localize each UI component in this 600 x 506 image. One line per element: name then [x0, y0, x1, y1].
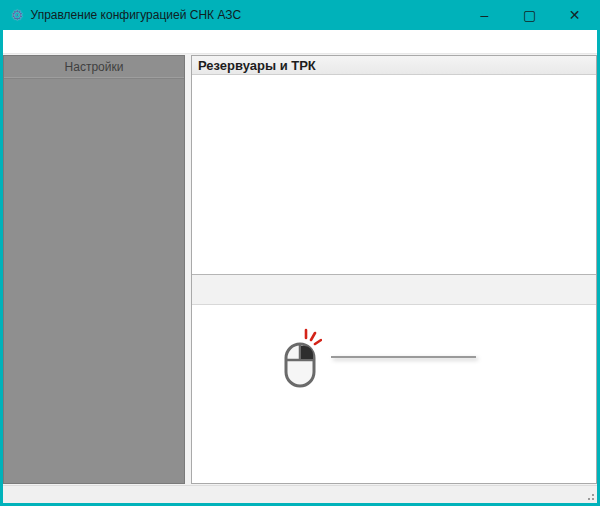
app-window: ⚙ Управление конфигурацией СНК АЗС – ▢ ✕…	[0, 0, 600, 506]
main-panel: Резервуары и ТРК	[191, 55, 597, 484]
maximize-button[interactable]: ▢	[507, 0, 552, 30]
close-button[interactable]: ✕	[552, 0, 597, 30]
fuel-table-area	[192, 75, 596, 272]
resize-grip-icon[interactable]	[585, 491, 595, 501]
sidebar-header: Настройки	[4, 56, 184, 78]
window-controls: – ▢ ✕	[462, 0, 597, 30]
page-title: Резервуары и ТРК	[192, 56, 596, 75]
minimize-button[interactable]: –	[462, 0, 507, 30]
bottom-panel	[192, 274, 596, 483]
app-gear-icon: ⚙	[11, 7, 24, 23]
tabbar	[192, 275, 596, 305]
status-bar	[3, 485, 597, 503]
menubar	[3, 30, 597, 54]
content-area: Настройки Резервуары и ТРК	[3, 54, 597, 485]
context-menu	[331, 356, 476, 358]
window-title: Управление конфигурацией СНК АЗС	[31, 8, 242, 22]
titlebar: ⚙ Управление конфигурацией СНК АЗС – ▢ ✕	[3, 0, 597, 30]
mouse-click-annotation-icon	[280, 328, 322, 396]
sidebar: Настройки	[3, 55, 185, 484]
